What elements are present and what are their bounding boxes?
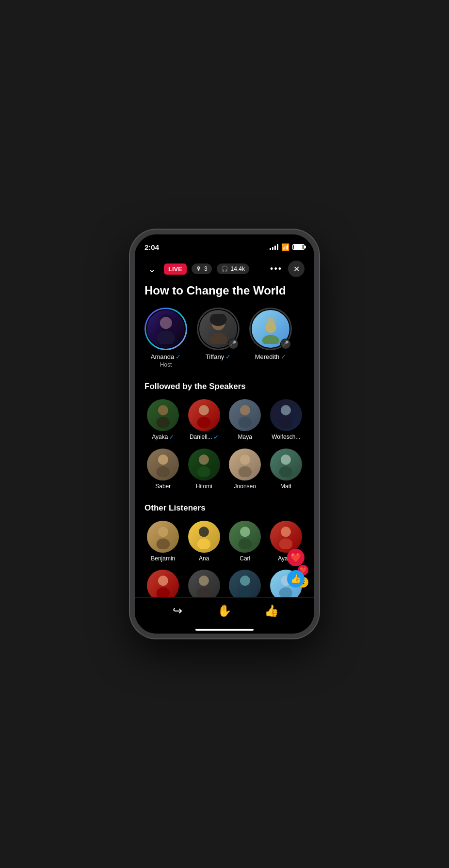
listener-carl[interactable]: Carl (226, 521, 264, 562)
svg-point-36 (197, 588, 210, 598)
listener-saber[interactable]: Saber (144, 449, 182, 490)
svg-point-8 (266, 317, 274, 328)
listener-hitomi[interactable]: Hitomi (186, 449, 223, 490)
svg-point-9 (158, 405, 168, 416)
svg-point-7 (262, 335, 279, 344)
listener-ayaka1[interactable]: Ayaka ✓ (144, 399, 182, 441)
avatar-container (144, 308, 187, 350)
speaker-name-amanda: Amanda ✓ (151, 353, 181, 360)
floating-like-reaction: 👍 (287, 570, 305, 588)
avatar-joonseo (229, 449, 261, 480)
svg-point-23 (281, 455, 291, 465)
svg-point-21 (240, 455, 250, 465)
listener-daniell[interactable]: Daniell... ✓ (186, 399, 223, 441)
notch (193, 234, 256, 249)
phone-frame: 2:04 📶 ⌄ LIVE 🎙 (130, 230, 319, 638)
speaker-name-meredith: Meredith ✓ (255, 353, 287, 360)
battery-icon (292, 244, 305, 250)
speaker-item-tiffany[interactable]: 🎤 Tiffany ✓ (197, 308, 240, 368)
avatar-container: 🎤 (249, 308, 292, 350)
home-indicator (195, 629, 254, 631)
more-options-button[interactable]: ••• (270, 264, 282, 274)
bottom-bar: ↪ ✋ 👍 (135, 597, 314, 634)
other-section-title: Other Listeners (144, 503, 305, 513)
svg-point-19 (199, 455, 209, 465)
raise-hand-button[interactable]: ✋ (214, 600, 235, 621)
verified-icon: ✓ (281, 353, 286, 360)
listener-wolfesch[interactable]: Wolfesch... (268, 399, 305, 441)
svg-point-11 (199, 405, 209, 416)
svg-point-35 (199, 576, 209, 586)
listener-name: Joonseo (234, 483, 256, 490)
live-badge: LIVE (164, 264, 187, 275)
floating-heart-reaction: ❤️ (287, 549, 305, 566)
svg-point-20 (197, 466, 210, 477)
listener-name: Ana (199, 555, 209, 562)
avatar-ayaka1 (147, 399, 179, 431)
share-button[interactable]: ↪ (167, 600, 188, 621)
listener-name: Ayaka ✓ (152, 434, 174, 441)
mic-count-badge: 🎙 3 (192, 264, 212, 274)
listener-benjamin[interactable]: Benjamin (144, 521, 182, 562)
svg-point-28 (197, 539, 210, 549)
svg-point-15 (281, 405, 291, 416)
avatar-amanda (146, 309, 186, 349)
status-icons: 📶 (270, 243, 305, 251)
avatar-sheena (229, 570, 261, 602)
mic-icon: 🎙 (196, 265, 202, 272)
svg-point-10 (157, 417, 170, 428)
svg-point-2 (159, 314, 172, 331)
svg-point-27 (199, 527, 209, 537)
chevron-down-icon[interactable]: ⌄ (144, 263, 159, 275)
listener-name: Benjamin (151, 555, 175, 562)
listener-name-carl: Carl (240, 555, 250, 562)
avatar-ayaka2 (270, 521, 302, 553)
avatar-maya (229, 399, 261, 431)
svg-point-29 (240, 527, 250, 537)
svg-point-18 (157, 466, 170, 477)
listener-name: Wolfesch... (272, 434, 300, 440)
listener-ana[interactable]: Ana (186, 521, 223, 562)
svg-point-37 (240, 576, 250, 586)
svg-point-13 (240, 405, 250, 416)
avatar-daniell (188, 399, 220, 431)
person-svg (151, 314, 181, 344)
avatar-larry (188, 570, 220, 602)
close-button[interactable]: ✕ (288, 261, 305, 277)
listener-matt[interactable]: Matt (268, 449, 305, 490)
thumbs-up-button[interactable]: 👍 (261, 600, 282, 621)
avatar-benjamin (147, 521, 179, 553)
listener-name: Hitomi (196, 483, 212, 490)
followed-listeners-grid: Ayaka ✓ Daniell... ✓ Maya (144, 399, 305, 490)
headphone-icon: 🎧 (221, 265, 228, 272)
svg-point-38 (239, 588, 252, 598)
speaker-item-meredith[interactable]: 🎤 Meredith ✓ (249, 308, 292, 368)
listener-name: Matt (280, 483, 291, 490)
signal-icon (270, 244, 278, 250)
verified-icon: ✓ (225, 353, 231, 360)
listener-name: Daniell... ✓ (190, 434, 219, 441)
avatar-wolfesch (270, 399, 302, 431)
followed-section-title: Followed by the Speakers (144, 382, 305, 391)
listener-maya[interactable]: Maya (226, 399, 264, 441)
svg-point-31 (281, 527, 291, 537)
svg-point-33 (158, 576, 168, 586)
top-bar-actions: ••• ✕ (270, 261, 305, 277)
speaker-item-amanda[interactable]: Amanda ✓ Host (144, 308, 187, 368)
avatar-ring (144, 308, 187, 350)
wifi-icon: 📶 (281, 243, 289, 251)
mute-icon-meredith: 🎤 (280, 339, 291, 349)
verified-icon: ✓ (176, 353, 181, 360)
mic-count: 3 (204, 265, 208, 272)
listener-joonseo[interactable]: Joonseo (226, 449, 264, 490)
svg-point-12 (197, 417, 210, 428)
speaker-name-tiffany: Tiffany ✓ (206, 353, 231, 360)
avatar-saber (147, 449, 179, 480)
avatar-ana (188, 521, 220, 553)
avatar-container: 🎤 (197, 308, 240, 350)
avatar-matt (270, 449, 302, 480)
svg-point-34 (157, 588, 170, 598)
svg-point-25 (158, 527, 168, 537)
svg-point-32 (279, 539, 292, 549)
listener-count-badge: 🎧 14.4k (217, 264, 249, 274)
